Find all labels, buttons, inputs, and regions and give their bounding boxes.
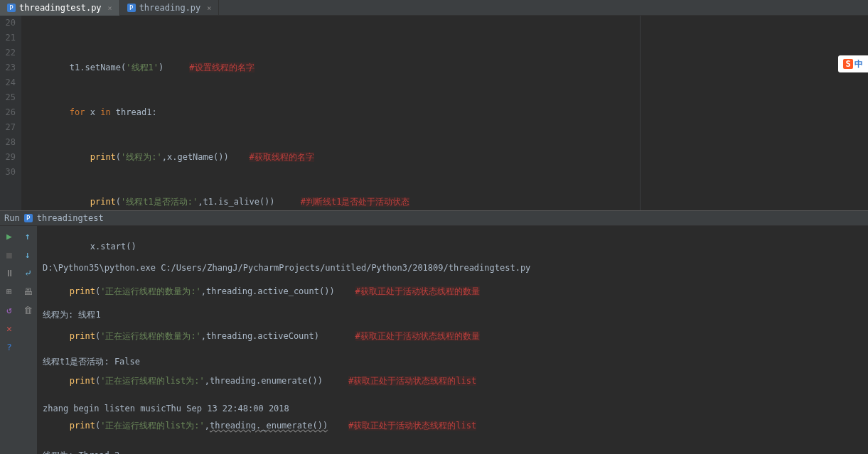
close-icon[interactable]: × <box>207 4 211 12</box>
code-area[interactable]: t1.setName('线程1') #设置线程的名字 for x in thre… <box>21 16 868 210</box>
help-icon[interactable]: ? <box>4 341 15 352</box>
ime-indicator[interactable]: S 中 <box>838 55 868 72</box>
stop-icon[interactable]: ■ <box>4 249 15 260</box>
tab-label: threadingtest.py <box>19 3 102 13</box>
ime-sogou-icon: S <box>843 59 853 69</box>
close-icon[interactable]: ✕ <box>4 323 15 334</box>
run-toolbar-left: ▶ ■ ⏸ ⊞ ↺ ✕ ? <box>0 226 18 454</box>
structure-icon[interactable]: ⊞ <box>4 286 15 297</box>
tab-threadingtest[interactable]: P threadingtest.py × <box>0 0 120 16</box>
restore-icon[interactable]: ↺ <box>4 304 15 315</box>
line-gutter: 2021222324252627282930 <box>0 16 21 210</box>
python-file-icon: P <box>127 4 136 12</box>
right-margin <box>640 16 641 210</box>
editor-tabs: P threadingtest.py × P threading.py × <box>0 0 868 16</box>
ime-cn-label: 中 <box>854 58 863 70</box>
rerun-icon[interactable]: ▶ <box>4 230 15 242</box>
tab-threading[interactable]: P threading.py × <box>120 0 220 16</box>
run-label: Run <box>4 213 20 223</box>
tab-label: threading.py <box>139 3 201 13</box>
python-file-icon: P <box>7 4 16 12</box>
code-editor[interactable]: 2021222324252627282930 t1.setName('线程1')… <box>0 16 868 210</box>
pause-icon[interactable]: ⏸ <box>4 267 15 279</box>
close-icon[interactable]: × <box>108 4 112 12</box>
